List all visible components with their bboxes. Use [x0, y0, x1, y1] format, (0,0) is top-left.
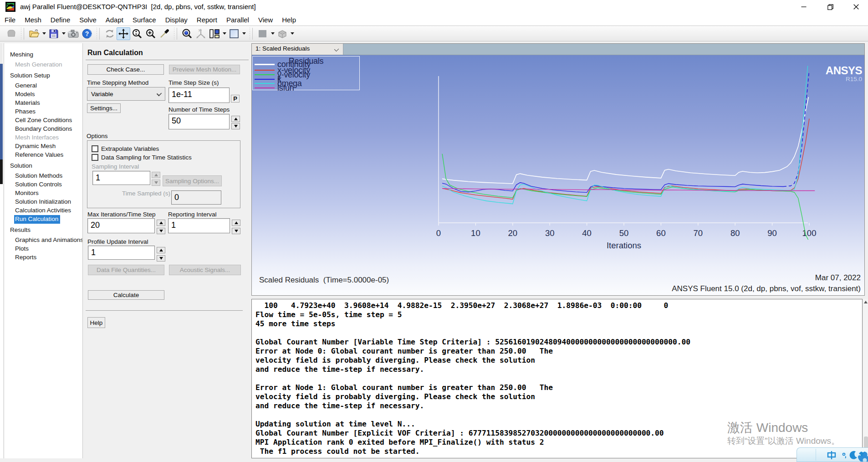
reporting-interval-input[interactable]: 1	[168, 218, 230, 233]
help-button[interactable]: ?	[80, 27, 94, 40]
profile-update-interval-input[interactable]: 1	[88, 246, 155, 260]
tree-item-run-calculation[interactable]: Run Calculation	[14, 215, 60, 224]
probe-zoom-icon	[182, 28, 193, 39]
menu-display[interactable]: Display	[165, 16, 188, 24]
menu-help[interactable]: Help	[282, 16, 296, 24]
max-iterations-spin-down[interactable]	[157, 228, 165, 234]
box-3d-dropdown[interactable]	[289, 27, 295, 40]
menu-view[interactable]: View	[258, 16, 273, 24]
tree-item-monitors[interactable]: Monitors	[15, 189, 39, 198]
legend-label-y-velocity: y-velocity	[277, 71, 310, 79]
tree-item-solution-methods[interactable]: Solution Methods	[15, 172, 62, 180]
profile-update-spin-up[interactable]	[157, 247, 165, 253]
sampling-interval-input[interactable]: 1	[92, 171, 150, 185]
probe-zoom-button[interactable]	[180, 27, 194, 40]
help-button[interactable]: Help	[87, 317, 105, 328]
number-of-time-steps-input[interactable]: 50	[168, 114, 230, 129]
time-sampled-input[interactable]: 0	[171, 190, 221, 205]
max-iterations-spin-up[interactable]	[157, 220, 165, 226]
open-folder-button[interactable]	[27, 27, 41, 40]
tree-item-models[interactable]: Models	[15, 90, 35, 99]
sampling-options-button[interactable]: Sampling Options...	[163, 175, 222, 186]
profile-p-button[interactable]: P	[231, 95, 240, 103]
camera-button[interactable]	[66, 27, 80, 40]
tree-item-meshing[interactable]: Meshing	[10, 51, 33, 59]
graphics-view-select[interactable]: 1: Scaled Residuals	[252, 44, 343, 55]
render-surface-button[interactable]	[227, 27, 241, 40]
check-case-button[interactable]: Check Case...	[87, 64, 164, 75]
menu-mesh[interactable]: Mesh	[25, 16, 41, 24]
tree-item-phases[interactable]: Phases	[15, 108, 36, 116]
tree-item-plots[interactable]: Plots	[15, 245, 29, 253]
residuals-plot-canvas[interactable]: 0102030405060708090100Iterations Residua…	[252, 55, 864, 295]
menu-solve[interactable]: Solve	[79, 16, 97, 24]
time-stepping-method-select[interactable]: Variable	[87, 87, 165, 101]
rotate-view-button[interactable]	[103, 27, 117, 40]
tree-item-materials[interactable]: Materials	[15, 99, 40, 108]
menu-report[interactable]: Report	[197, 16, 217, 24]
chinese-mode-icon[interactable]	[826, 450, 837, 462]
ime-toolbar[interactable]	[797, 447, 868, 462]
data-sampling-checkbox[interactable]	[92, 154, 98, 161]
box-3d-button[interactable]	[276, 27, 289, 40]
console-scrollbar-thumb[interactable]	[864, 436, 868, 448]
tree-item-solution-initialization[interactable]: Solution Initialization	[15, 198, 71, 206]
reporting-interval-spin-down[interactable]	[232, 228, 240, 234]
gray-square-dropdown[interactable]	[270, 27, 276, 40]
open-folder-dropdown[interactable]	[41, 27, 47, 40]
profile-update-spin-down[interactable]	[157, 255, 165, 262]
menu-parallel[interactable]: Parallel	[226, 16, 249, 24]
extrapolate-variables-checkbox[interactable]	[92, 145, 98, 152]
tree-item-mesh-generation[interactable]: Mesh Generation	[15, 61, 62, 69]
acoustic-signals-button[interactable]: Acoustic Signals...	[169, 265, 241, 275]
tree-item-dynamic-mesh[interactable]: Dynamic Mesh	[15, 142, 56, 151]
zoom-in-button[interactable]	[144, 27, 158, 40]
sampling-interval-spin-up[interactable]	[152, 172, 160, 178]
preview-mesh-motion-button[interactable]: Preview Mesh Motion...	[169, 65, 240, 74]
mesh-display-button[interactable]	[5, 27, 18, 40]
calculate-button[interactable]: Calculate	[88, 290, 164, 300]
pipette-button[interactable]	[158, 27, 171, 40]
menu-surface[interactable]: Surface	[133, 16, 156, 24]
punctuation-icon[interactable]	[841, 450, 848, 462]
pan-button[interactable]	[117, 27, 130, 40]
legend-swatch-omega	[255, 83, 275, 84]
restore-button[interactable]	[821, 0, 839, 14]
data-file-quantities-button[interactable]: Data File Quantities...	[88, 265, 164, 275]
reporting-interval-spin-up[interactable]	[232, 220, 240, 226]
tree-item-solution[interactable]: Solution	[10, 162, 32, 170]
max-iterations-input[interactable]: 20	[87, 218, 155, 233]
settings-button[interactable]: Settings...	[87, 103, 121, 113]
panels-button[interactable]	[208, 27, 221, 40]
panels-dropdown[interactable]	[221, 27, 227, 40]
tree-item-reports[interactable]: Reports	[15, 253, 36, 262]
tree-item-mesh-interfaces[interactable]: Mesh Interfaces	[15, 133, 59, 142]
sogou-flower-icon[interactable]	[856, 452, 868, 462]
sampling-interval-spin-down[interactable]	[152, 180, 160, 186]
time-steps-spin-up[interactable]	[231, 116, 240, 122]
gray-square-button[interactable]	[256, 27, 270, 40]
menu-file[interactable]: File	[5, 16, 15, 24]
tree-item-cell-zone-conditions[interactable]: Cell Zone Conditions	[15, 116, 72, 125]
tree-item-solution-setup[interactable]: Solution Setup	[10, 72, 50, 80]
time-step-size-input[interactable]: 1e-11	[168, 87, 230, 103]
axes-triad-button[interactable]: y	[194, 27, 208, 40]
console-scrollbar[interactable]	[863, 299, 868, 458]
close-button[interactable]	[847, 0, 865, 14]
tree-item-solution-controls[interactable]: Solution Controls	[15, 180, 62, 189]
zoom-in-out-button[interactable]	[130, 27, 144, 40]
minimize-button[interactable]	[795, 0, 813, 14]
tree-item-reference-values[interactable]: Reference Values	[15, 151, 63, 159]
menu-define[interactable]: Define	[51, 16, 70, 24]
menu-adapt[interactable]: Adapt	[106, 16, 123, 24]
tree-item-general[interactable]: General	[15, 82, 37, 90]
scrollbar-up-arrow-icon[interactable]	[864, 301, 868, 303]
tree-item-boundary-conditions[interactable]: Boundary Conditions	[15, 125, 72, 133]
time-steps-spin-down[interactable]	[231, 123, 240, 129]
render-surface-dropdown[interactable]	[241, 27, 247, 40]
save-button[interactable]	[47, 27, 61, 40]
tree-item-calculation-activities[interactable]: Calculation Activities	[15, 206, 71, 215]
save-dropdown[interactable]	[61, 27, 66, 40]
tree-item-results[interactable]: Results	[10, 226, 31, 235]
tree-item-graphics-and-animations[interactable]: Graphics and Animations	[15, 236, 83, 245]
